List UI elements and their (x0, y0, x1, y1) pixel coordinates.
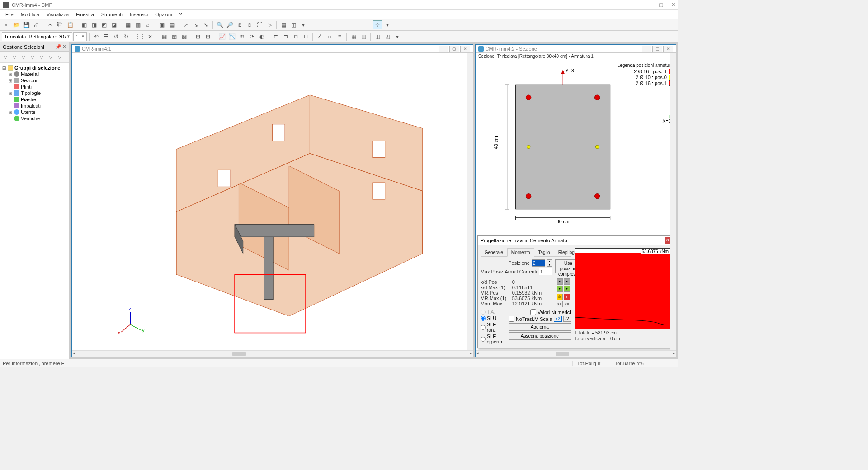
copy-icon[interactable]: ⿻ (56, 20, 65, 29)
filter-icon[interactable]: ▽ (28, 53, 37, 61)
paste-icon[interactable]: 📋 (66, 20, 75, 29)
tree-item-sezioni[interactable]: ⊞Sezioni (8, 77, 67, 84)
zoom-icon[interactable]: ⊕ (235, 20, 244, 29)
tool-icon[interactable]: ▤ (167, 20, 176, 29)
filter-icon[interactable]: ▽ (10, 53, 19, 61)
tree-root[interactable]: ⊟ Gruppi di selezione (2, 65, 67, 71)
filter-icon[interactable]: ▽ (1, 53, 9, 61)
tool-icon[interactable]: ▾ (299, 20, 308, 29)
subwin-min-button[interactable]: — (439, 46, 448, 52)
tool-icon[interactable]: ↘ (191, 20, 200, 29)
tool-icon[interactable]: ≡ (335, 32, 344, 41)
tree-item-utente[interactable]: ⊞Utente (8, 109, 67, 115)
maxposiz-input[interactable] (539, 268, 552, 275)
undo-icon[interactable]: ↺ (112, 32, 121, 41)
posizione-spinner[interactable]: ▴▾ (547, 259, 552, 267)
tool-icon[interactable]: ▦ (123, 20, 132, 29)
menu-modifica[interactable]: Modifica (17, 11, 43, 18)
tree-item-plinti[interactable]: Plinti (8, 84, 67, 90)
close-button[interactable]: ✕ (671, 2, 675, 8)
vertical-scrollbar[interactable] (467, 53, 473, 350)
tab-generale[interactable]: Generale (481, 248, 507, 256)
tool-icon[interactable]: ▥ (133, 20, 142, 29)
zoom-in-icon[interactable]: 🔍 (215, 20, 224, 29)
tool-icon[interactable]: ↗ (181, 20, 190, 29)
tree-item-impalcati[interactable]: Impalcati (8, 103, 67, 109)
posizione-input[interactable] (532, 259, 545, 267)
tool-icon[interactable]: ◩ (99, 20, 108, 29)
tool-icon[interactable]: ▣ (157, 20, 166, 29)
new-icon[interactable]: ▫ (2, 20, 11, 29)
radio-slu[interactable] (481, 316, 486, 321)
maximize-button[interactable]: ▢ (659, 2, 663, 8)
tree-item-materiali[interactable]: ⊞Materiali (8, 71, 67, 77)
assegna-button[interactable]: Assegna posizione (509, 332, 571, 340)
tool-icon[interactable]: ◨ (90, 20, 99, 29)
subwin-close-button[interactable]: ✕ (663, 46, 673, 52)
notrasl-checkbox[interactable] (509, 316, 514, 322)
filter-icon[interactable]: ▽ (38, 53, 46, 61)
tool-icon[interactable]: ▦ (349, 32, 358, 41)
tool-icon[interactable]: ⊏ (271, 32, 280, 41)
num-dropdown[interactable]: 1▼ (73, 32, 87, 41)
filter-icon[interactable]: ▽ (19, 53, 28, 61)
tool-icon[interactable]: ⊔ (301, 32, 310, 41)
open-icon[interactable]: 📂 (12, 20, 21, 29)
tab-taglio[interactable]: Taglio (534, 248, 554, 256)
selection-tree[interactable]: ⊟ Gruppi di selezione ⊞Materiali ⊞Sezion… (0, 63, 69, 359)
pointer-icon[interactable]: ▷ (265, 20, 274, 29)
nav-prev-icon[interactable]: >= (557, 301, 563, 307)
horizontal-scrollbar[interactable]: ◂▸ (476, 350, 676, 357)
tool-icon[interactable]: ◪ (109, 20, 118, 29)
tool-icon[interactable]: ◰ (383, 32, 392, 41)
tool-icon[interactable]: ∠ (315, 32, 324, 41)
minimize-button[interactable]: — (646, 2, 651, 8)
subwin-close-button[interactable]: ✕ (460, 46, 470, 52)
view-section-canvas[interactable]: Sezione: Tr ricalata [Rettangolare 30x40… (476, 53, 676, 350)
cut-icon[interactable]: ✂ (46, 20, 55, 29)
tool-icon[interactable]: 📈 (217, 32, 226, 41)
menu-visualizza[interactable]: Visualizza (43, 11, 72, 18)
print-icon[interactable]: 🖨 (32, 20, 41, 29)
tool-icon[interactable]: ⊞ (193, 32, 203, 41)
tool-icon[interactable]: ⊐ (281, 32, 290, 41)
tool-icon[interactable]: ✕ (146, 32, 155, 41)
radio-sle-qperm[interactable] (481, 337, 486, 342)
tree-item-verifiche[interactable]: Verifiche (8, 115, 67, 122)
menu-strumenti[interactable]: Strumenti (98, 11, 126, 18)
tool-icon[interactable]: ⟳ (247, 32, 256, 41)
error-icon[interactable]: ! (564, 294, 570, 300)
tool-icon[interactable]: ◫ (373, 32, 382, 41)
valnum-checkbox[interactable] (530, 309, 536, 315)
tool-icon[interactable]: 📉 (227, 32, 236, 41)
close-panel-icon[interactable]: ✕ (62, 44, 66, 50)
tool-icon[interactable]: ▧ (170, 32, 179, 41)
tool-icon[interactable]: ▨ (179, 32, 189, 41)
tree-item-piastre[interactable]: Piastre (8, 96, 67, 103)
tool-icon[interactable]: ▾ (393, 32, 402, 41)
menu-finestra[interactable]: Finestra (72, 11, 98, 18)
tool-icon[interactable]: ▦ (160, 32, 169, 41)
save-icon[interactable]: 💾 (22, 20, 31, 29)
tool-icon[interactable]: ▾ (383, 20, 392, 29)
view-3d-canvas[interactable]: z y x (72, 53, 473, 350)
subwin-max-button[interactable]: ▢ (652, 46, 662, 52)
snap-icon[interactable]: ⊹ (373, 20, 382, 29)
tool-icon[interactable]: ▥ (359, 32, 368, 41)
section-dropdown[interactable]: Tr ricalata [Rettangolare 30x▼ (2, 32, 72, 41)
tool-icon[interactable]: ⊟ (203, 32, 212, 41)
tool-icon[interactable]: ◫ (289, 20, 298, 29)
tool-icon[interactable]: ↔ (325, 32, 334, 41)
tool-icon[interactable]: ⋮⋮ (136, 32, 145, 41)
scala-x2-button[interactable]: x2 (554, 316, 562, 322)
menu-inserisci[interactable]: Inserisci (126, 11, 151, 18)
warn-icon[interactable]: ⚠ (557, 294, 563, 300)
filter-icon[interactable]: ▽ (56, 53, 64, 61)
zoom-icon[interactable]: 🔎 (225, 20, 234, 29)
radio-sle-rara[interactable] (481, 325, 486, 330)
tree-item-tipologie[interactable]: ⊞Tipologie (8, 90, 67, 96)
tool-icon[interactable]: ▦ (279, 20, 288, 29)
scala-div2-button[interactable]: /2 (563, 316, 571, 322)
vertical-scrollbar[interactable] (670, 53, 676, 350)
redo-icon[interactable]: ↻ (122, 32, 131, 41)
